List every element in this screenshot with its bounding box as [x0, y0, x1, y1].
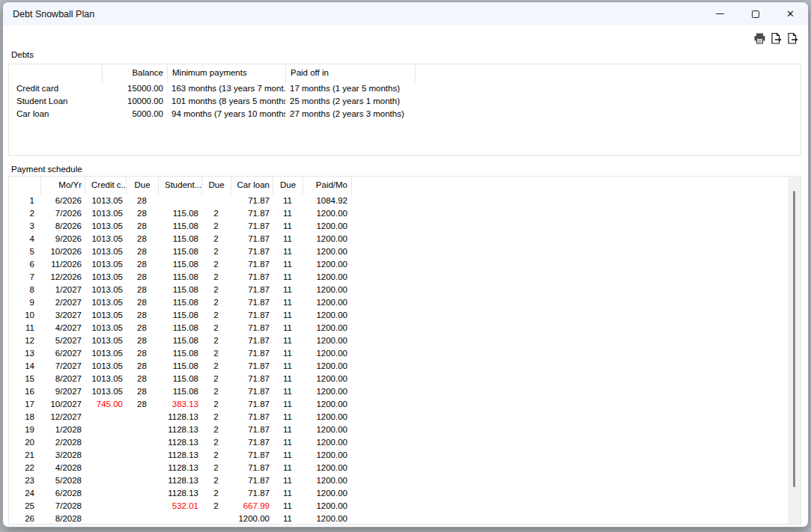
table-row[interactable]: 16/20261013.052871.87111084.92	[9, 195, 801, 207]
table-row[interactable]: 202/20281128.13271.87111200.00	[9, 436, 801, 449]
table-cell: 28	[126, 398, 158, 411]
column-header[interactable]: Minimum payments	[167, 64, 285, 82]
table-row[interactable]: 114/20271013.0528115.08271.87111200.00	[9, 322, 801, 334]
table-cell	[85, 474, 126, 487]
table-cell	[85, 424, 126, 436]
table-cell: 11	[273, 500, 303, 513]
schedule-header-row: Mo/YrCredit c...DueStudent...DueCar loan…	[9, 177, 801, 195]
table-cell: 115.08	[158, 385, 201, 398]
table-cell: 1200.00	[303, 462, 351, 474]
column-header-blank[interactable]	[9, 64, 102, 82]
table-cell: 28	[126, 195, 158, 207]
table-cell: 10000.00	[102, 95, 167, 108]
table-cell: 2/2028	[40, 436, 85, 449]
table-row[interactable]: 27/20261013.0528115.08271.87111200.00	[9, 207, 801, 220]
maximize-button[interactable]	[738, 2, 773, 25]
table-cell: 11	[273, 296, 303, 309]
table-cell: 11	[273, 347, 303, 360]
debts-header-row: BalanceMinimum paymentsPaid off in	[9, 64, 801, 82]
table-row[interactable]: 191/20281128.13271.87111200.00	[9, 424, 801, 436]
column-header[interactable]: Due	[201, 177, 231, 195]
table-cell: 71.87	[231, 220, 273, 233]
table-row[interactable]: 136/20271013.0528115.08271.87111200.00	[9, 347, 801, 360]
table-cell: 3/2027	[40, 309, 85, 322]
table-cell	[126, 513, 158, 525]
export-button-2[interactable]	[786, 31, 799, 45]
table-row[interactable]: 49/20261013.0528115.08271.87111200.00	[9, 233, 801, 245]
scrollbar-thumb[interactable]	[793, 191, 795, 487]
minimize-icon	[716, 13, 724, 14]
table-cell: 11	[273, 334, 303, 347]
table-cell: 71.87	[231, 424, 273, 436]
column-header[interactable]: Car loan	[231, 177, 273, 195]
column-header[interactable]: Mo/Yr	[40, 177, 85, 195]
column-header[interactable]: Due	[126, 177, 158, 195]
table-cell: 15	[9, 373, 40, 385]
table-cell: 1200.00	[303, 322, 351, 334]
table-row[interactable]: 92/20271013.0528115.08271.87111200.00	[9, 296, 801, 309]
column-header[interactable]: Student...	[158, 177, 201, 195]
table-cell: 28	[126, 373, 158, 385]
table-row[interactable]: 169/20271013.0528115.08271.87111200.00	[9, 385, 801, 398]
table-row[interactable]: 712/20261013.0528115.08271.87111200.00	[9, 271, 801, 284]
table-row[interactable]: 103/20271013.0528115.08271.87111200.00	[9, 309, 801, 322]
table-cell: 11	[273, 245, 303, 258]
column-header[interactable]: Paid/Mo	[303, 177, 351, 195]
column-header[interactable]: Due	[273, 177, 303, 195]
table-cell: 28	[126, 322, 158, 334]
column-header-blank[interactable]	[9, 177, 40, 195]
column-header[interactable]: Balance	[102, 64, 167, 82]
table-row[interactable]: 213/20281128.13271.87111200.00	[9, 449, 801, 462]
table-cell: 2	[201, 385, 231, 398]
table-row[interactable]: 510/20261013.0528115.08271.87111200.00	[9, 245, 801, 258]
table-row[interactable]: 1710/2027745.0028383.13271.87111200.00	[9, 398, 801, 411]
close-button[interactable]: ✕	[773, 2, 808, 25]
table-row[interactable]: 38/20261013.0528115.08271.87111200.00	[9, 220, 801, 233]
table-cell: 11	[273, 398, 303, 411]
table-cell	[126, 424, 158, 436]
window-controls: ✕	[702, 2, 808, 25]
table-row[interactable]: 125/20271013.0528115.08271.87111200.00	[9, 334, 801, 347]
table-cell: 9/2027	[40, 385, 85, 398]
minimize-button[interactable]	[702, 2, 738, 25]
table-row[interactable]: 268/20281200.00111200.00	[9, 513, 801, 525]
table-cell: 1200.00	[231, 513, 273, 525]
table-cell: 28	[126, 347, 158, 360]
table-cell: 71.87	[231, 474, 273, 487]
table-cell: 25	[9, 500, 40, 513]
table-row[interactable]: 611/20261013.0528115.08271.87111200.00	[9, 258, 801, 271]
vertical-scrollbar[interactable]	[788, 177, 801, 525]
table-cell	[126, 500, 158, 513]
table-cell: 11	[273, 513, 303, 525]
table-row[interactable]: 224/20281128.13271.87111200.00	[9, 462, 801, 474]
table-cell: 7/2026	[40, 207, 85, 220]
table-row[interactable]: Car loan5000.0094 months (7 years 10 mon…	[9, 108, 801, 120]
table-cell: 4/2028	[40, 462, 85, 474]
export-button-1[interactable]	[769, 31, 783, 45]
table-row[interactable]: 246/20281128.13271.87111200.00	[9, 487, 801, 500]
table-cell: 532.01	[158, 500, 201, 513]
table-row[interactable]: 81/20271013.0528115.08271.87111200.00	[9, 284, 801, 296]
table-row[interactable]: Student Loan10000.00101 months (8 years …	[9, 95, 801, 108]
column-header[interactable]: Paid off in	[285, 64, 415, 82]
table-cell: 71.87	[231, 207, 273, 220]
column-header[interactable]: Credit c...	[85, 177, 126, 195]
table-cell: 1200.00	[303, 233, 351, 245]
table-row[interactable]: 1812/20271128.13271.87111200.00	[9, 411, 801, 424]
table-cell: 21	[9, 449, 40, 462]
print-button[interactable]	[753, 31, 766, 45]
table-row[interactable]: Credit card15000.00163 months (13 years …	[9, 82, 801, 95]
table-row[interactable]: 158/20271013.0528115.08271.87111200.00	[9, 373, 801, 385]
table-cell: 23	[9, 474, 40, 487]
table-cell	[85, 462, 126, 474]
table-cell: 1200.00	[303, 347, 351, 360]
table-cell: 1013.05	[85, 309, 126, 322]
table-cell: 115.08	[158, 296, 201, 309]
table-cell: 115.08	[158, 373, 201, 385]
table-cell	[201, 513, 231, 525]
print-icon	[753, 32, 766, 45]
table-cell: 1013.05	[85, 322, 126, 334]
table-row[interactable]: 257/2028532.012667.99111200.00	[9, 500, 801, 513]
table-row[interactable]: 147/20271013.0528115.08271.87111200.00	[9, 360, 801, 373]
table-row[interactable]: 235/20281128.13271.87111200.00	[9, 474, 801, 487]
